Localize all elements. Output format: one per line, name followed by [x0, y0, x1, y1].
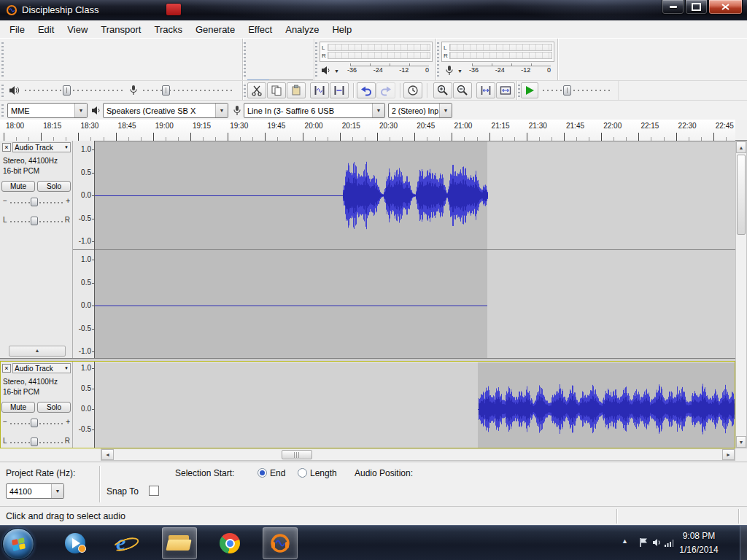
menu-transport[interactable]: Transport [94, 22, 147, 37]
menu-help[interactable]: Help [325, 22, 358, 37]
toolbar-grip[interactable] [1, 104, 4, 117]
vertical-scrollbar[interactable]: ▲ ▼ [735, 141, 747, 448]
zoom-in-button[interactable] [433, 82, 452, 98]
taskbar-internet-explorer[interactable]: e [109, 527, 140, 559]
project-rate-value: 44100 [7, 487, 51, 496]
sync-lock-tracks-button[interactable] [403, 82, 422, 98]
length-radio-button[interactable] [298, 468, 307, 478]
toolbar-grip[interactable] [244, 85, 246, 97]
end-radio-button[interactable] [258, 468, 267, 478]
horizontal-scroll-thumb[interactable] [282, 450, 312, 459]
timeline-minor-tick [614, 137, 614, 141]
track1-solo-button[interactable]: Solo [37, 181, 71, 192]
close-button[interactable] [708, 0, 743, 15]
slider-thumb[interactable] [31, 198, 38, 206]
menu-edit[interactable]: Edit [31, 22, 61, 37]
minimize-button[interactable] [662, 0, 684, 15]
slider-thumb[interactable] [563, 85, 571, 96]
toolbar-grip[interactable] [437, 42, 439, 77]
toolbar-grip[interactable] [1, 42, 4, 77]
meter-dropdown-arrow-icon[interactable]: ▼ [457, 69, 462, 74]
zoom-out-button[interactable] [453, 82, 472, 98]
track2-solo-button[interactable]: Solo [37, 402, 71, 413]
track1-pan-slider[interactable]: L R [1, 215, 71, 227]
track1-name-menu[interactable]: Audio Track ▼ [12, 142, 71, 152]
taskbar-windows-media-player[interactable] [60, 527, 90, 559]
scroll-up-button[interactable]: ▲ [736, 141, 746, 153]
trim-audio-button[interactable] [310, 82, 329, 98]
project-rate-select[interactable]: 44100 ▼ [6, 483, 64, 499]
recording-device-select[interactable]: Line In (3- Saffire 6 USB ▼ [244, 103, 385, 118]
slider-thumb[interactable] [31, 419, 38, 427]
play-at-speed-button[interactable] [521, 82, 538, 98]
track1-close-button[interactable]: × [2, 143, 11, 152]
recording-channels-select[interactable]: 2 (Stereo) Inp ▼ [388, 103, 452, 118]
silence-audio-button[interactable] [330, 82, 349, 98]
slider-thumb[interactable] [31, 217, 38, 225]
horizontal-scrollbar[interactable]: ◄ ► [101, 448, 735, 461]
menu-tracks[interactable]: Tracks [147, 22, 189, 37]
track1-mute-button[interactable]: Mute [1, 181, 35, 192]
input-volume-slider[interactable] [143, 85, 235, 96]
fit-project-button[interactable] [496, 82, 515, 98]
copy-button[interactable] [267, 82, 286, 98]
menu-effect[interactable]: Effect [241, 22, 279, 37]
cut-button[interactable] [247, 82, 266, 98]
taskbar-windows-explorer[interactable] [162, 527, 197, 559]
track1-channel1-waveform[interactable] [95, 141, 735, 249]
menu-file[interactable]: File [3, 22, 31, 37]
vertical-scroll-thumb[interactable] [737, 155, 746, 235]
audio-host-select[interactable]: MME ▼ [7, 103, 88, 118]
toolbar-grip[interactable] [244, 42, 246, 77]
scroll-left-button[interactable]: ◄ [101, 449, 114, 460]
tray-volume-icon[interactable] [652, 538, 662, 547]
toolbar-grip[interactable] [1, 85, 4, 97]
show-desktop-button[interactable] [740, 526, 747, 560]
zoom-out-icon [457, 85, 468, 96]
folder-icon [169, 535, 190, 551]
taskbar-clock[interactable]: 9:08 PM 1/16/2014 [670, 529, 728, 557]
gain-max-label: + [66, 418, 70, 426]
start-button[interactable] [2, 528, 34, 560]
track1-channel2-waveform[interactable] [95, 250, 735, 358]
taskbar-audacity[interactable] [263, 527, 298, 559]
microphone-icon [444, 65, 454, 76]
slider-thumb[interactable] [31, 438, 38, 446]
paste-button[interactable] [287, 82, 306, 98]
undo-button[interactable] [357, 82, 376, 98]
fit-selection-button[interactable] [476, 82, 495, 98]
track-gap [0, 359, 735, 361]
output-volume-slider[interactable] [25, 85, 123, 96]
playback-device-select[interactable]: Speakers (Creative SB X ▼ [103, 103, 228, 118]
track2-name-menu[interactable]: Audio Track ▼ [12, 363, 71, 373]
toolbar-grip[interactable] [518, 85, 520, 97]
track2-pan-slider[interactable]: L R [1, 436, 71, 448]
track2-channel1-waveform[interactable] [95, 362, 735, 448]
track2-gain-slider[interactable]: − + [1, 417, 71, 429]
menu-generate[interactable]: Generate [189, 22, 241, 37]
toolbar-grip[interactable] [315, 42, 317, 77]
timeline-minor-tick [166, 137, 166, 141]
track1-gain-slider[interactable]: − + [1, 196, 71, 208]
timeline-ruler[interactable]: 18:0018:1518:3018:4519:0019:1519:3019:45… [0, 120, 747, 141]
playback-speed-slider[interactable] [543, 85, 613, 96]
track2-mute-button[interactable]: Mute [1, 402, 35, 413]
recording-meter[interactable]: L R ▼ -36-24-120 [441, 42, 554, 78]
slider-thumb[interactable] [63, 85, 71, 96]
taskbar-chrome[interactable] [214, 527, 245, 559]
menu-view[interactable]: View [61, 22, 94, 37]
scroll-down-button[interactable]: ▼ [736, 436, 746, 448]
track1-collapse-button[interactable]: ▲ [9, 346, 66, 357]
snap-to-checkbox[interactable] [149, 486, 159, 496]
playback-meter[interactable]: L R ▼ -36-24-120 [320, 42, 433, 78]
gain-min-label: − [3, 418, 7, 426]
tray-expand-icon[interactable]: ▲ [622, 537, 628, 545]
scroll-right-button[interactable]: ► [722, 449, 735, 460]
meter-dropdown-arrow-icon[interactable]: ▼ [334, 69, 339, 74]
maximize-button[interactable] [685, 0, 708, 15]
redo-button[interactable] [376, 82, 395, 98]
track2-close-button[interactable]: × [2, 364, 11, 373]
menu-analyze[interactable]: Analyze [279, 22, 325, 37]
slider-thumb[interactable] [162, 85, 170, 96]
action-center-flag-icon[interactable] [639, 537, 648, 548]
